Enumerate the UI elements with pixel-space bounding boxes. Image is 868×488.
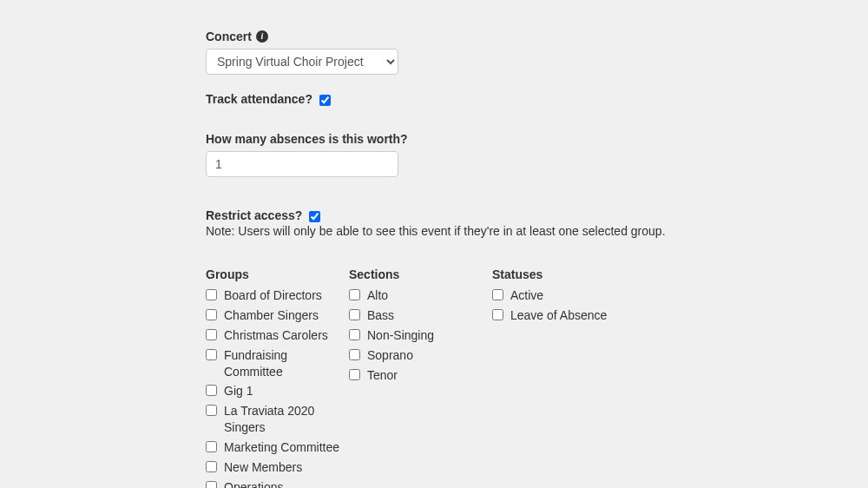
sections-column: Sections AltoBassNon-SingingSopranoTenor: [349, 267, 492, 488]
group-item-row[interactable]: New Members: [206, 458, 349, 478]
groups-heading: Groups: [206, 267, 349, 281]
restrict-access-label: Restrict access?: [206, 208, 302, 222]
section-item-checkbox[interactable]: [349, 369, 360, 380]
group-item-row[interactable]: Fundraising Committee: [206, 346, 349, 382]
statuses-column: Statuses ActiveLeave of Absence: [492, 267, 635, 488]
group-item-label: Christmas Carolers: [224, 327, 328, 344]
group-item-checkbox[interactable]: [206, 289, 217, 300]
sections-heading: Sections: [349, 267, 492, 281]
form-container: Concert i Spring Virtual Choir Project T…: [0, 0, 868, 488]
group-item-label: Fundraising Committee: [224, 347, 349, 380]
info-icon[interactable]: i: [256, 30, 268, 43]
concert-field-group: Concert i Spring Virtual Choir Project: [206, 30, 868, 75]
concert-select[interactable]: Spring Virtual Choir Project: [206, 49, 398, 75]
absences-field-group: How many absences is this worth?: [206, 132, 868, 177]
group-item-checkbox[interactable]: [206, 349, 217, 360]
restrict-access-section: Restrict access? Note: Users will only b…: [206, 208, 868, 488]
track-attendance-checkbox[interactable]: [319, 95, 331, 106]
group-item-label: Chamber Singers: [224, 307, 319, 324]
track-attendance-field-group: Track attendance?: [206, 92, 868, 106]
restrict-access-row: Restrict access?: [206, 208, 868, 222]
statuses-list: ActiveLeave of Absence: [492, 286, 635, 326]
group-item-label: Operations: [224, 479, 283, 488]
group-item-row[interactable]: La Traviata 2020 Singers: [206, 401, 349, 438]
group-item-checkbox[interactable]: [206, 329, 217, 340]
section-item-row[interactable]: Soprano: [349, 346, 492, 366]
group-item-row[interactable]: Christmas Carolers: [206, 326, 349, 346]
group-item-row[interactable]: Marketing Committee: [206, 438, 349, 458]
section-item-row[interactable]: Tenor: [349, 366, 492, 386]
group-item-label: Board of Directors: [224, 287, 322, 304]
statuses-heading: Statuses: [492, 267, 635, 281]
group-item-row[interactable]: Operations: [206, 478, 349, 488]
group-item-checkbox[interactable]: [206, 309, 217, 320]
concert-label-row: Concert i: [206, 30, 868, 43]
section-item-label: Tenor: [367, 367, 398, 384]
group-item-checkbox[interactable]: [206, 441, 217, 452]
absences-label-row: How many absences is this worth?: [206, 132, 868, 146]
status-item-checkbox[interactable]: [492, 289, 503, 300]
absences-input[interactable]: [206, 151, 398, 177]
group-item-row[interactable]: Chamber Singers: [206, 306, 349, 326]
status-item-label: Leave of Absence: [510, 307, 607, 324]
track-attendance-label: Track attendance?: [206, 92, 312, 106]
columns-container: Groups Board of DirectorsChamber Singers…: [206, 267, 868, 488]
group-item-label: New Members: [224, 459, 302, 476]
status-item-label: Active: [510, 287, 543, 304]
section-item-label: Soprano: [367, 347, 413, 364]
section-item-checkbox[interactable]: [349, 309, 360, 320]
status-item-row[interactable]: Active: [492, 286, 635, 306]
group-item-checkbox[interactable]: [206, 405, 217, 416]
group-item-label: Gig 1: [224, 383, 253, 399]
restrict-access-note: Note: Users will only be able to see thi…: [206, 224, 868, 238]
concert-label: Concert: [206, 30, 252, 43]
groups-column: Groups Board of DirectorsChamber Singers…: [206, 267, 349, 488]
group-item-row[interactable]: Gig 1: [206, 381, 349, 401]
section-item-label: Bass: [367, 307, 394, 324]
absences-label: How many absences is this worth?: [206, 132, 408, 146]
status-item-row[interactable]: Leave of Absence: [492, 306, 635, 326]
sections-list: AltoBassNon-SingingSopranoTenor: [349, 286, 492, 385]
section-item-row[interactable]: Bass: [349, 306, 492, 326]
status-item-checkbox[interactable]: [492, 309, 503, 320]
group-item-label: La Traviata 2020 Singers: [224, 403, 349, 436]
group-item-label: Marketing Committee: [224, 439, 339, 456]
section-item-row[interactable]: Non-Singing: [349, 326, 492, 346]
restrict-access-checkbox[interactable]: [309, 211, 320, 222]
section-item-checkbox[interactable]: [349, 289, 360, 300]
section-item-row[interactable]: Alto: [349, 286, 492, 306]
section-item-label: Alto: [367, 287, 388, 304]
section-item-label: Non-Singing: [367, 327, 434, 344]
group-item-checkbox[interactable]: [206, 481, 217, 488]
group-item-checkbox[interactable]: [206, 461, 217, 472]
groups-list: Board of DirectorsChamber SingersChristm…: [206, 286, 349, 488]
section-item-checkbox[interactable]: [349, 329, 360, 340]
group-item-checkbox[interactable]: [206, 385, 217, 396]
group-item-row[interactable]: Board of Directors: [206, 286, 349, 306]
section-item-checkbox[interactable]: [349, 349, 360, 360]
